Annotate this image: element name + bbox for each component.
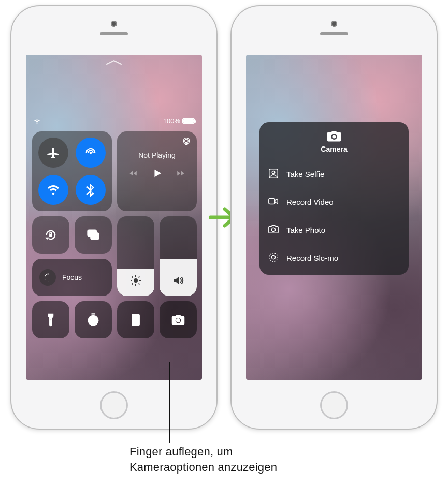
svg-point-15 [137, 321, 138, 322]
camera-quick-actions-popup: Camera Take Selfie Record Video [259, 122, 409, 275]
svg-point-1 [183, 138, 190, 144]
callout-text: Finger auflegen, um Kameraoptionen anzuz… [129, 444, 277, 475]
callout-line1: Finger auflegen, um [129, 444, 277, 460]
orientation-lock-toggle[interactable] [32, 216, 69, 254]
now-playing-label: Not Playing [138, 151, 176, 159]
brightness-slider[interactable] [117, 216, 154, 296]
airplane-mode-toggle[interactable] [38, 138, 68, 168]
camera-icon [259, 130, 409, 143]
earpiece-slot [320, 32, 348, 35]
chevron-up-icon[interactable] [105, 58, 123, 66]
action-label: Record Slo-mo [286, 254, 338, 262]
battery-percent-label: 100% [163, 117, 180, 125]
svg-rect-21 [269, 199, 275, 204]
focus-label: Focus [62, 273, 82, 282]
wifi-toggle[interactable] [38, 175, 68, 205]
next-track-button[interactable] [176, 169, 185, 180]
svg-point-13 [134, 321, 135, 322]
connectivity-tile[interactable] [32, 131, 112, 211]
screen-control-center: 100% [26, 55, 202, 380]
camera-popup-title: Camera [259, 145, 409, 153]
svg-point-17 [135, 323, 136, 324]
svg-point-24 [271, 255, 275, 259]
control-center-grid: Not Playing [32, 131, 196, 338]
airdrop-toggle[interactable] [76, 138, 106, 168]
svg-point-10 [134, 319, 135, 320]
action-label: Take Photo [286, 226, 325, 234]
home-button[interactable] [320, 391, 348, 419]
front-camera-dot [331, 21, 337, 27]
svg-point-18 [137, 323, 138, 324]
callout-line2: Kameraoptionen anzuzeigen [129, 460, 277, 475]
device-right: Camera Take Selfie Record Video [230, 5, 438, 430]
wifi-status-icon [33, 118, 41, 124]
svg-rect-9 [133, 316, 138, 318]
sun-icon [129, 274, 142, 289]
selfie-icon [268, 168, 279, 181]
timer-button[interactable] [75, 301, 112, 338]
svg-point-6 [134, 278, 138, 283]
focus-button[interactable]: Focus [32, 259, 112, 296]
svg-point-11 [135, 319, 136, 320]
bluetooth-toggle[interactable] [76, 175, 106, 205]
battery-status: 100% [163, 117, 195, 125]
camera-action-take-selfie[interactable]: Take Selfie [267, 160, 401, 188]
camera-button[interactable] [160, 301, 197, 338]
moon-icon [39, 269, 56, 286]
screen-camera-options: Camera Take Selfie Record Video [246, 55, 422, 380]
home-button[interactable] [100, 391, 128, 419]
battery-icon [182, 118, 195, 124]
svg-point-12 [137, 319, 138, 320]
video-icon [268, 196, 279, 209]
action-label: Take Selfie [286, 170, 324, 179]
svg-rect-3 [49, 234, 52, 237]
front-camera-dot [111, 21, 117, 27]
svg-point-0 [90, 152, 92, 154]
airplay-icon[interactable] [181, 137, 192, 149]
svg-rect-5 [91, 233, 98, 240]
screen-mirroring-button[interactable] [75, 216, 112, 254]
volume-slider[interactable] [160, 216, 197, 296]
earpiece-slot [100, 32, 128, 35]
play-button[interactable] [151, 168, 163, 181]
speaker-icon [172, 274, 184, 289]
previous-track-button[interactable] [128, 169, 138, 180]
status-bar: 100% [33, 117, 195, 125]
callout-leader-line [169, 362, 170, 443]
svg-point-23 [269, 253, 278, 262]
camera-action-record-video[interactable]: Record Video [267, 188, 401, 216]
slomo-icon [268, 252, 279, 264]
svg-point-20 [272, 171, 275, 174]
svg-point-22 [271, 228, 275, 231]
calculator-button[interactable] [117, 301, 154, 338]
svg-point-16 [134, 323, 135, 324]
camera-action-record-slomo[interactable]: Record Slo-mo [267, 244, 401, 272]
device-left: 100% [10, 5, 218, 430]
media-tile[interactable]: Not Playing [117, 131, 197, 211]
photo-icon [268, 224, 279, 237]
flashlight-button[interactable] [32, 301, 69, 338]
svg-point-2 [185, 139, 189, 143]
svg-point-14 [135, 321, 136, 322]
action-label: Record Video [286, 198, 334, 207]
camera-action-take-photo[interactable]: Take Photo [267, 216, 401, 244]
